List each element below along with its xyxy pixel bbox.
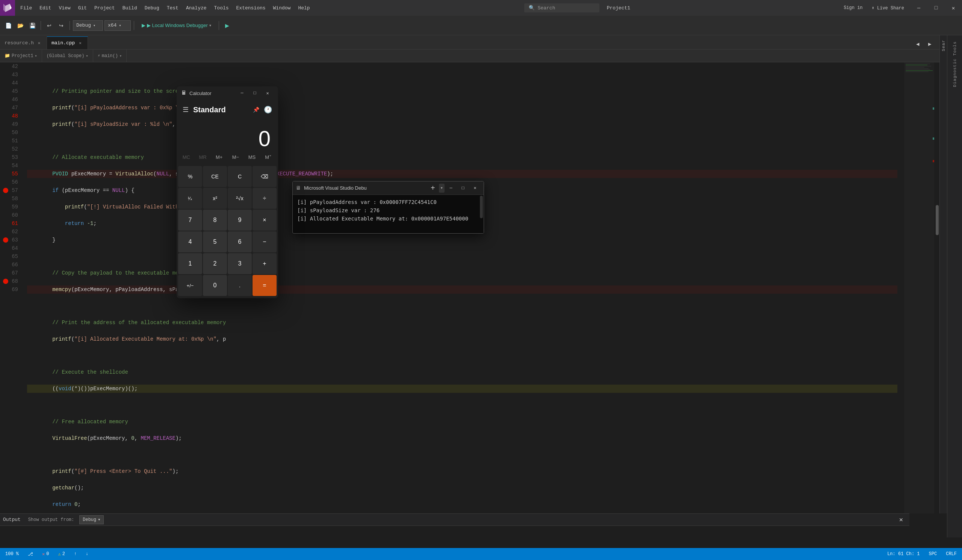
breakpoint-55[interactable]	[3, 237, 8, 243]
open-file-button[interactable]: 📂	[15, 20, 26, 31]
breakpoint-48[interactable]	[3, 188, 8, 193]
debug-console-scrollbar-thumb[interactable]	[480, 196, 483, 218]
debug-add-tab-btn[interactable]: +	[428, 183, 438, 193]
debug-maximize-btn[interactable]: □	[457, 183, 469, 193]
status-errors[interactable]: ✕ 0	[40, 548, 51, 560]
calc-close-btn[interactable]: ✕	[261, 88, 274, 98]
global-search[interactable]: 🔍 Search	[524, 3, 599, 12]
calc-5-btn[interactable]: 5	[203, 231, 227, 253]
calc-subtract-btn[interactable]: −	[253, 231, 276, 253]
status-spc[interactable]: SPC	[926, 548, 939, 560]
calc-7-btn[interactable]: 7	[178, 209, 202, 231]
calc-ce-btn[interactable]: CE	[203, 166, 227, 187]
calc-backspace-btn[interactable]: ⌫	[253, 166, 276, 187]
status-down[interactable]: ↓	[84, 548, 90, 560]
calc-2-btn[interactable]: 2	[203, 253, 227, 274]
calc-4-btn[interactable]: 4	[178, 231, 202, 253]
breakpoint-61[interactable]	[3, 279, 8, 284]
calc-ms-btn[interactable]: MS	[244, 150, 260, 164]
calc-mc-btn[interactable]: MC	[178, 150, 195, 164]
status-up[interactable]: ↑	[72, 548, 79, 560]
menu-window[interactable]: Window	[270, 0, 295, 16]
code-content[interactable]: // Printing pointer and size to the scre…	[23, 62, 902, 537]
tab-scroll-right[interactable]: ▶	[925, 39, 935, 49]
menu-extensions[interactable]: Extensions	[232, 0, 270, 16]
calc-maximize-btn[interactable]: □	[249, 88, 261, 98]
calc-mrecall-btn[interactable]: M˅	[260, 150, 276, 164]
menu-test[interactable]: Test	[163, 0, 182, 16]
menu-view[interactable]: View	[55, 0, 74, 16]
run-button[interactable]: ▶ ▶ Local Windows Debugger ▾	[137, 20, 216, 31]
sign-in-button[interactable]: Sign in	[841, 4, 865, 12]
calc-9-btn[interactable]: 9	[228, 209, 252, 231]
calc-square-btn[interactable]: x²	[203, 188, 227, 209]
calc-multiply-btn[interactable]: ×	[253, 209, 276, 231]
calc-8-btn[interactable]: 8	[203, 209, 227, 231]
calc-minimize-btn[interactable]: —	[236, 88, 248, 98]
calc-decimal-btn[interactable]: .	[228, 275, 252, 296]
calc-reciprocal-btn[interactable]: ¹⁄ₓ	[178, 188, 202, 209]
title-search-area: 🔍 Search Project1	[314, 3, 841, 12]
undo-button[interactable]: ↩	[44, 20, 55, 31]
output-source-dropdown[interactable]: Debug ▾	[79, 515, 104, 524]
scopebar-member[interactable]: ⚡ main() ▾	[93, 50, 127, 62]
calc-c-btn[interactable]: C	[228, 166, 252, 187]
minimize-button[interactable]: —	[910, 0, 927, 16]
status-git[interactable]: ⎇	[26, 548, 36, 560]
debug-console-scrollbar[interactable]	[479, 195, 484, 233]
calc-hamburger-icon[interactable]: ☰	[182, 106, 189, 114]
platform-dropdown[interactable]: x64 ▾	[105, 20, 131, 31]
scopebar-scope[interactable]: (Global Scope) ▾	[42, 50, 93, 62]
calc-memory-row: MC MR M+ M− MS M˅	[177, 150, 278, 164]
menu-file[interactable]: File	[16, 0, 36, 16]
status-line-col[interactable]: Ln: 61 Ch: 1	[885, 548, 922, 560]
close-button[interactable]: ✕	[945, 0, 962, 16]
tab-resource-h-close[interactable]: ✕	[36, 40, 42, 46]
calc-equals-btn[interactable]: =	[253, 275, 276, 296]
scopebar-project[interactable]: 📁 Project1 ▾	[0, 50, 42, 62]
status-zoom[interactable]: 100 %	[3, 548, 21, 560]
calc-0-btn[interactable]: 0	[203, 275, 227, 296]
status-crlf[interactable]: CRLF	[944, 548, 959, 560]
redo-button[interactable]: ↪	[56, 20, 66, 31]
menu-build[interactable]: Build	[119, 0, 141, 16]
status-warnings[interactable]: ⚠ 2	[56, 548, 67, 560]
debug-close-btn[interactable]: ✕	[469, 183, 481, 193]
calc-sqrt-btn[interactable]: ²√x	[228, 188, 252, 209]
calc-add-btn[interactable]: +	[253, 253, 276, 274]
save-button[interactable]: 💾	[27, 20, 37, 31]
calc-percent-btn[interactable]: %	[178, 166, 202, 187]
calc-mplus-btn[interactable]: M+	[211, 150, 228, 164]
tab-scroll-left[interactable]: ◀	[912, 39, 923, 49]
menu-project[interactable]: Project	[90, 0, 119, 16]
vertical-scrollbar[interactable]	[934, 62, 939, 537]
line-num-43: 43	[0, 71, 18, 79]
live-share-button[interactable]: ⬆ Live Share	[869, 4, 907, 12]
tab-resource-h[interactable]: resource.h ✕	[0, 37, 47, 49]
calc-3-btn[interactable]: 3	[228, 253, 252, 274]
calc-divide-btn[interactable]: ÷	[253, 188, 276, 209]
new-file-button[interactable]: 📄	[3, 20, 13, 31]
menu-help[interactable]: Help	[294, 0, 313, 16]
menu-analyze[interactable]: Analyze	[182, 0, 210, 16]
output-close-btn[interactable]: ✕	[896, 515, 906, 525]
play-button[interactable]: ▶	[222, 20, 232, 31]
calc-mr-btn[interactable]: MR	[195, 150, 211, 164]
calc-mminus-btn[interactable]: M−	[228, 150, 244, 164]
menu-edit[interactable]: Edit	[36, 0, 55, 16]
tab-main-cpp[interactable]: main.cpp ✕	[47, 37, 88, 49]
menu-git[interactable]: Git	[74, 0, 90, 16]
calc-6-btn[interactable]: 6	[228, 231, 252, 253]
tab-main-cpp-close[interactable]: ✕	[77, 40, 83, 46]
config-dropdown[interactable]: Debug ▾	[73, 20, 103, 31]
calc-1-btn[interactable]: 1	[178, 253, 202, 274]
calc-negate-btn[interactable]: +/−	[178, 275, 202, 296]
debug-minimize-btn[interactable]: —	[445, 183, 457, 193]
calc-history-icon[interactable]: 🕐	[264, 106, 272, 114]
menu-tools[interactable]: Tools	[210, 0, 232, 16]
calc-pin-icon[interactable]: 📌	[253, 107, 259, 113]
debug-tab-dropdown[interactable]: ▾	[439, 183, 445, 193]
menu-debug[interactable]: Debug	[141, 0, 163, 16]
scrollbar-thumb[interactable]	[936, 205, 939, 235]
maximize-button[interactable]: □	[927, 0, 945, 16]
